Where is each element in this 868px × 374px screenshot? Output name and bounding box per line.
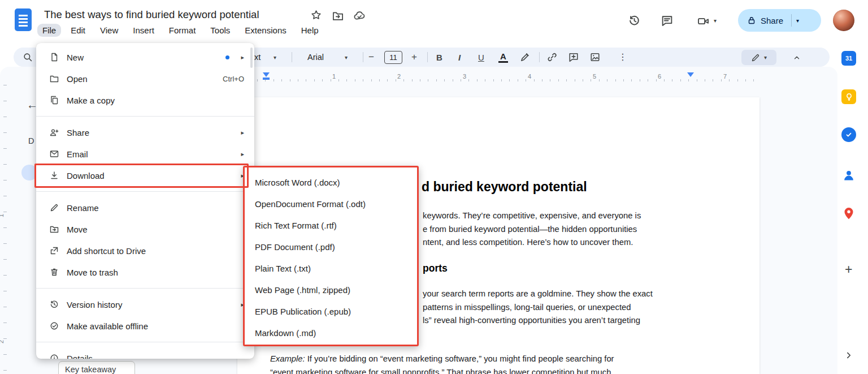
decrease-font-button[interactable]: − xyxy=(368,51,374,63)
doc-line: Example:If you’re bidding on “event mark… xyxy=(270,352,614,366)
italic-button[interactable]: I xyxy=(458,53,461,62)
docs-logo[interactable] xyxy=(15,8,32,31)
menu-item-label: Rename xyxy=(67,203,244,213)
font-size-input[interactable]: 11 xyxy=(384,51,402,64)
doc-paragraph[interactable]: your search term reports are a goldmine.… xyxy=(423,287,653,328)
doc-paragraph[interactable]: keywords. They’re competitive, expensive… xyxy=(423,209,641,250)
increase-font-button[interactable]: + xyxy=(411,51,417,63)
menu-divider xyxy=(36,342,254,342)
font-caret-icon[interactable]: ▾ xyxy=(345,54,348,61)
outline-active-pill[interactable] xyxy=(21,165,37,180)
submenu-item-epub[interactable]: EPUB Publication (.epub) xyxy=(245,300,417,322)
menu-item-new[interactable]: New ▸ xyxy=(36,46,254,68)
menu-item-label: Download xyxy=(67,171,233,180)
submenu-item-docx[interactable]: Microsoft Word (.docx) xyxy=(245,171,417,193)
menu-help[interactable]: Help xyxy=(296,24,324,37)
star-icon[interactable] xyxy=(311,10,322,20)
menu-item-email[interactable]: Email ▸ xyxy=(36,143,254,165)
toolbar-divider xyxy=(363,52,363,62)
menu-item-details[interactable]: Details xyxy=(36,347,254,359)
doc-subheading-fragment[interactable]: ports xyxy=(423,263,448,274)
download-submenu: Microsoft Word (.docx) OpenDocument Form… xyxy=(243,166,419,346)
menu-item-move[interactable]: Move xyxy=(36,218,254,240)
text-color-button[interactable]: A xyxy=(500,51,506,61)
menu-item-version-history[interactable]: Version history ▸ xyxy=(36,294,254,315)
move-folder-icon[interactable] xyxy=(332,10,344,22)
menu-item-label: Version history xyxy=(67,300,233,309)
meet-caret-icon[interactable]: ▾ xyxy=(714,18,717,24)
menu-item-share[interactable]: Share ▸ xyxy=(36,122,254,143)
menu-edit[interactable]: Edit xyxy=(66,24,90,37)
highlight-button[interactable] xyxy=(520,52,530,62)
add-comment-button[interactable] xyxy=(568,52,579,62)
menu-scrollbar-thumb[interactable] xyxy=(250,48,253,68)
menu-item-label: Make a copy xyxy=(67,96,244,105)
menu-format[interactable]: Format xyxy=(164,24,201,37)
submenu-item-rtf[interactable]: Rich Text Format (.rtf) xyxy=(245,214,417,236)
menu-tools[interactable]: Tools xyxy=(205,24,235,37)
share-caret-icon[interactable]: ▾ xyxy=(796,18,799,24)
underline-button[interactable]: U xyxy=(478,53,484,62)
ruler-number: 6 xyxy=(656,73,663,80)
share-button[interactable]: Share ▾ xyxy=(738,9,821,32)
tasks-icon[interactable] xyxy=(841,127,856,142)
editing-mode-button[interactable]: ▾ xyxy=(741,50,776,65)
insert-image-button[interactable] xyxy=(590,52,600,62)
left-margin-marker[interactable] xyxy=(263,78,270,80)
paragraph-style-select[interactable]: xt xyxy=(254,53,261,62)
doc-heading-fragment[interactable]: d buried keyword potential xyxy=(422,179,587,195)
right-indent-marker[interactable] xyxy=(687,72,694,77)
toolbar-divider xyxy=(427,52,428,62)
menu-item-make-a-copy[interactable]: Make a copy xyxy=(36,89,254,111)
maps-icon[interactable] xyxy=(841,206,856,221)
bold-button[interactable]: B xyxy=(436,53,442,62)
submenu-item-html[interactable]: Web Page (.html, zipped) xyxy=(245,279,417,300)
cloud-status-icon[interactable] xyxy=(354,10,365,22)
meet-camera-icon[interactable] xyxy=(697,15,709,27)
submenu-arrow-icon: ▸ xyxy=(241,54,244,61)
menu-item-open[interactable]: Open Ctrl+O xyxy=(36,68,254,89)
calendar-icon[interactable]: 31 xyxy=(841,51,856,66)
font-select[interactable]: Arial xyxy=(307,53,324,62)
keep-icon[interactable] xyxy=(841,89,856,104)
menu-insert[interactable]: Insert xyxy=(128,24,159,37)
add-addon-button[interactable]: + xyxy=(845,262,852,277)
submenu-item-txt[interactable]: Plain Text (.txt) xyxy=(245,257,417,279)
menu-item-move-to-trash[interactable]: Move to trash xyxy=(36,261,254,283)
menu-view[interactable]: View xyxy=(95,24,123,37)
person-add-icon xyxy=(50,128,59,137)
version-history-icon[interactable] xyxy=(628,15,640,27)
submenu-item-pdf[interactable]: PDF Document (.pdf) xyxy=(245,236,417,257)
style-caret-icon[interactable]: ▾ xyxy=(274,54,276,61)
doc-line: patterns in misspellings, long-tail quer… xyxy=(423,301,653,315)
menu-item-add-shortcut-to-drive[interactable]: Add shortcut to Drive xyxy=(36,240,254,261)
menu-divider xyxy=(36,288,254,289)
collapse-toolbar-button[interactable] xyxy=(792,53,801,62)
comments-icon[interactable] xyxy=(661,15,673,27)
ruler-number: 7 xyxy=(722,73,728,80)
insert-link-button[interactable] xyxy=(547,52,557,62)
left-indent-marker[interactable] xyxy=(263,72,270,77)
search-icon[interactable] xyxy=(23,52,33,62)
submenu-item-md[interactable]: Markdown (.md) xyxy=(245,322,417,343)
doc-example-paragraph[interactable]: Example:If you’re bidding on “event mark… xyxy=(270,352,614,374)
docs-logo-lines xyxy=(19,15,28,16)
contacts-icon[interactable] xyxy=(841,168,856,183)
menu-item-rename[interactable]: Rename xyxy=(36,197,254,218)
menu-file[interactable]: File xyxy=(37,24,61,37)
outline-item-key-takeaway[interactable]: Key takeaway xyxy=(58,361,135,374)
submenu-item-odt[interactable]: OpenDocument Format (.odt) xyxy=(245,193,417,214)
outline-item-fragment[interactable]: D xyxy=(28,136,34,145)
menu-item-label: Email xyxy=(67,149,233,159)
menu-item-make-available-offline[interactable]: Make available offline xyxy=(36,315,254,337)
ruler-number: 2 xyxy=(396,73,402,80)
avatar[interactable] xyxy=(833,10,854,31)
mode-caret-icon: ▾ xyxy=(764,54,767,61)
menu-extensions[interactable]: Extensions xyxy=(240,24,291,37)
doc-title[interactable]: The best ways to find buried keyword pot… xyxy=(44,8,259,21)
side-panel-expand-icon[interactable] xyxy=(843,350,854,361)
menu-item-download[interactable]: Download ▸ xyxy=(36,165,254,186)
menubar: File Edit View Insert Format Tools Exten… xyxy=(37,24,324,37)
example-label: Example: xyxy=(270,354,305,363)
toolbar-overflow-button[interactable]: ⋮ xyxy=(618,51,627,62)
